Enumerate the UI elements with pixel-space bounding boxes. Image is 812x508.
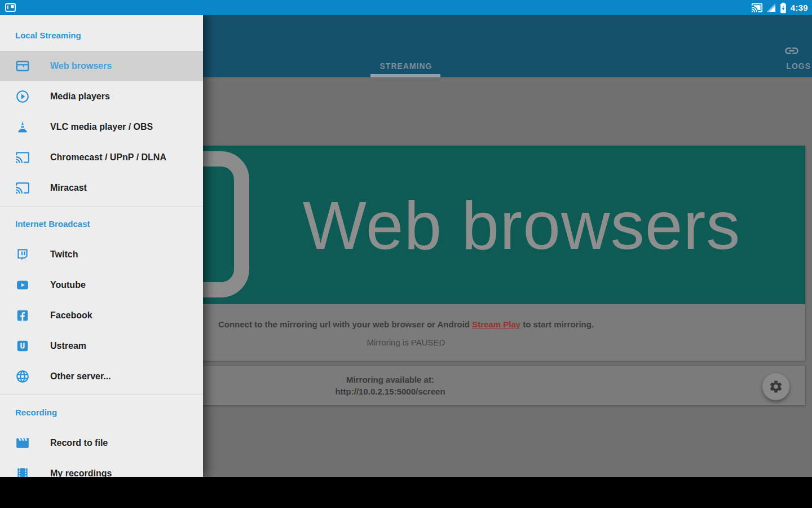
tab-indicator bbox=[370, 74, 440, 77]
drawer-item-label: Chromecast / UPnP / DLNA bbox=[50, 142, 166, 173]
drawer-item-label: Youtube bbox=[50, 270, 86, 300]
drawer-item-my-recordings[interactable]: My recordings bbox=[0, 458, 203, 477]
youtube-icon bbox=[15, 278, 30, 292]
drawer-item-youtube[interactable]: Youtube bbox=[0, 270, 203, 300]
drawer-item-ustream[interactable]: Ustream bbox=[0, 331, 203, 361]
connect-text-after: to start mirroring. bbox=[520, 319, 594, 329]
drawer-item-vlc-obs[interactable]: VLC media player / OBS bbox=[0, 112, 203, 142]
cast-icon bbox=[15, 181, 30, 195]
drawer-item-media-players[interactable]: Media players bbox=[0, 81, 203, 112]
signal-icon bbox=[766, 3, 776, 12]
drawer-item-label: Record to file bbox=[50, 428, 108, 458]
drawer-item-label: Miracast bbox=[50, 173, 87, 203]
drawer-item-label: Ustream bbox=[50, 331, 86, 361]
drawer-item-web-browsers[interactable]: Web browsers bbox=[0, 51, 203, 81]
screen: STREAMING LOGS Web browsers Connect to t… bbox=[0, 0, 812, 508]
drawer-item-miracast[interactable]: Miracast bbox=[0, 173, 203, 203]
section-header-internet-broadcast: Internet Broadcast bbox=[15, 218, 90, 230]
system-nav-bar bbox=[0, 477, 812, 508]
play-circle-icon bbox=[15, 89, 30, 104]
tab-logs[interactable]: LOGS bbox=[786, 62, 811, 71]
vlc-cone-icon bbox=[15, 120, 30, 134]
web-browser-icon bbox=[15, 59, 30, 73]
filmstrip-icon bbox=[15, 466, 30, 477]
battery-charging-icon bbox=[779, 2, 787, 14]
tab-streaming[interactable]: STREAMING bbox=[350, 62, 462, 71]
section-header-recording: Recording bbox=[15, 407, 57, 418]
movie-clapper-icon bbox=[15, 436, 30, 450]
drawer-item-label: Media players bbox=[50, 81, 110, 112]
cast-status-icon bbox=[751, 2, 763, 14]
drawer-item-label: VLC media player / OBS bbox=[50, 112, 153, 142]
drawer-item-other-server[interactable]: Other server... bbox=[0, 361, 203, 392]
banner-title: Web browsers bbox=[303, 186, 741, 264]
drawer-item-label: Twitch bbox=[50, 239, 78, 270]
clock-text: 4:39 bbox=[791, 3, 809, 12]
drawer-item-label: Facebook bbox=[50, 300, 92, 331]
twitch-icon bbox=[15, 247, 30, 262]
drawer-divider bbox=[0, 207, 203, 207]
drawer-item-label: My recordings bbox=[50, 458, 112, 477]
navigation-drawer: Local Streaming Web browsers Media playe… bbox=[0, 15, 203, 477]
drawer-item-label: Web browsers bbox=[50, 51, 112, 81]
section-header-local-streaming: Local Streaming bbox=[15, 30, 81, 41]
drawer-item-label: Other server... bbox=[50, 361, 111, 392]
cast-icon bbox=[15, 150, 30, 165]
status-bar: 4:39 bbox=[0, 0, 812, 15]
drawer-item-twitch[interactable]: Twitch bbox=[0, 239, 203, 270]
globe-icon bbox=[15, 369, 30, 384]
gear-icon bbox=[769, 379, 783, 394]
facebook-icon bbox=[15, 308, 30, 323]
stream-play-link[interactable]: Stream Play bbox=[472, 319, 520, 329]
drawer-divider bbox=[0, 394, 203, 395]
drawer-item-chromecast-upnp-dlna[interactable]: Chromecast / UPnP / DLNA bbox=[0, 142, 203, 173]
screen-mirror-notification-icon bbox=[5, 2, 17, 14]
ustream-icon bbox=[15, 339, 30, 353]
drawer-item-record-to-file[interactable]: Record to file bbox=[0, 428, 203, 458]
link-icon[interactable] bbox=[784, 43, 800, 59]
settings-button[interactable] bbox=[762, 373, 789, 400]
connect-text-before: Connect to the mirroring url with your w… bbox=[218, 319, 472, 329]
drawer-item-facebook[interactable]: Facebook bbox=[0, 300, 203, 331]
